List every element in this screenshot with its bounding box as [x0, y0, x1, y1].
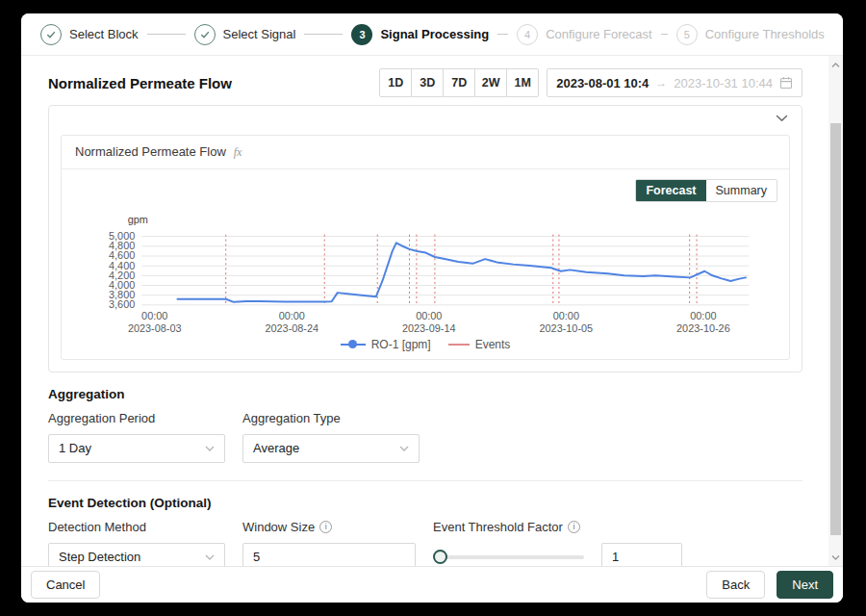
aggregation-type-field: Aggregation Type Average [242, 411, 420, 463]
range-button-3d[interactable]: 3D [411, 68, 444, 97]
svg-text:2023-10-26: 2023-10-26 [676, 322, 730, 334]
check-circle-icon [40, 24, 62, 45]
chart-collapsible-panel: Normalized Permeate Flow fx Forecast Sum… [48, 105, 802, 372]
svg-text:00:00: 00:00 [141, 310, 167, 321]
back-button[interactable]: Back [706, 571, 765, 599]
chevron-down-icon[interactable] [776, 115, 788, 122]
toggle-option-forecast[interactable]: Forecast [636, 180, 705, 201]
step-connector [147, 34, 186, 35]
select-value: Step Detection [59, 550, 140, 564]
aggregation-section-title: Aggregation [48, 387, 802, 401]
event-detection-section-title: Event Detection (Optional) [48, 496, 802, 510]
next-button[interactable]: Next [777, 571, 833, 599]
window-size-input[interactable] [242, 543, 416, 566]
date-range-end: 2023-10-31 10:44 [674, 76, 773, 90]
signal-chart-card: Normalized Permeate Flow fx Forecast Sum… [61, 135, 790, 360]
time-range-controls: 1D 3D 7D 2W 1M 2023-08-01 10:4 → 2023-10… [379, 68, 802, 97]
step-select-block[interactable]: Select Block [40, 24, 139, 45]
svg-text:2023-08-24: 2023-08-24 [265, 322, 318, 334]
footer-right-buttons: Back Next [706, 571, 833, 599]
date-range-picker[interactable]: 2023-08-01 10:4 → 2023-10-31 10:44 [547, 68, 802, 97]
page-title: Normalized Permeate Flow [48, 75, 232, 91]
wizard-stepper: Select Block Select Signal 3 Signal Proc… [21, 13, 843, 56]
flow-chart-svg: 3,6003,8004,0004,2004,4004,6004,8005,000… [65, 204, 785, 336]
aggregation-fields: Aggregation Period 1 Day Aggregation Typ… [48, 411, 802, 463]
step-label: Select Signal [223, 27, 296, 41]
event-threshold-label: Event Threshold Factor [433, 520, 563, 534]
arrow-right-icon: → [655, 76, 667, 90]
check-circle-icon [194, 24, 216, 45]
vertical-scrollbar[interactable] [828, 56, 843, 566]
step-signal-processing[interactable]: 3 Signal Processing [351, 24, 489, 45]
wizard-modal: Select Block Select Signal 3 Signal Proc… [21, 13, 843, 603]
aggregation-period-select[interactable]: 1 Day [48, 434, 225, 463]
step-configure-thresholds[interactable]: 5 Configure Thresholds [676, 24, 825, 45]
range-button-1d[interactable]: 1D [379, 68, 412, 97]
threshold-slider[interactable] [440, 555, 584, 559]
wizard-footer: Cancel Back Next [21, 566, 843, 603]
window-size-field: Window Size [242, 520, 416, 566]
range-button-1m[interactable]: 1M [506, 68, 539, 97]
detection-method-label: Detection Method [48, 520, 225, 534]
event-detection-fields: Detection Method Step Detection Window S… [48, 520, 802, 566]
chevron-down-icon [205, 446, 215, 451]
step-select-signal[interactable]: Select Signal [194, 24, 296, 45]
formula-fx-icon: fx [234, 145, 242, 160]
step-label: Signal Processing [380, 27, 489, 41]
select-value: Average [253, 441, 299, 455]
svg-text:gpm: gpm [128, 214, 148, 225]
step-connector [497, 34, 508, 35]
svg-text:00:00: 00:00 [279, 310, 305, 321]
chart-card-title: Normalized Permeate Flow [75, 144, 226, 159]
legend-label: RO-1 [gpm] [371, 338, 431, 351]
range-button-7d[interactable]: 7D [443, 68, 475, 97]
svg-text:00:00: 00:00 [690, 310, 716, 321]
calendar-icon [779, 76, 793, 90]
forecast-summary-toggle-row: Forecast Summary [62, 169, 789, 202]
scrollbar-thumb[interactable] [830, 123, 841, 535]
chevron-down-icon [399, 446, 409, 451]
legend-label: Events [475, 338, 511, 351]
aggregation-type-select[interactable]: Average [242, 434, 420, 463]
series-line-marker-icon [341, 344, 366, 346]
toggle-option-summary[interactable]: Summary [706, 180, 777, 201]
detection-method-field: Detection Method Step Detection [48, 520, 225, 566]
step-label: Configure Forecast [546, 27, 652, 41]
svg-text:00:00: 00:00 [553, 310, 579, 321]
step-number-badge: 3 [351, 24, 372, 45]
step-label: Select Block [69, 27, 139, 41]
detection-method-select[interactable]: Step Detection [48, 543, 225, 566]
info-icon[interactable] [319, 521, 332, 533]
svg-text:2023-09-14: 2023-09-14 [402, 322, 456, 334]
date-range-start: 2023-08-01 10:4 [556, 76, 649, 90]
step-configure-forecast[interactable]: 4 Configure Forecast [517, 24, 652, 45]
threshold-input[interactable] [601, 543, 682, 566]
range-button-group: 1D 3D 7D 2W 1M [379, 68, 539, 97]
svg-text:5,000: 5,000 [109, 230, 135, 242]
legend-item-events[interactable]: Events [448, 338, 511, 351]
window-size-label: Window Size [242, 520, 315, 534]
threshold-slider-handle[interactable] [433, 550, 447, 564]
cancel-button[interactable]: Cancel [31, 571, 100, 599]
step-number-badge: 4 [517, 24, 538, 45]
step-number-badge: 5 [676, 24, 698, 45]
section-divider [48, 480, 802, 481]
scrollbar-up-icon[interactable] [828, 58, 843, 72]
events-line-marker-icon [448, 344, 470, 346]
step-connector [661, 34, 668, 35]
step-label: Configure Thresholds [705, 27, 825, 41]
range-button-2w[interactable]: 2W [474, 68, 507, 97]
wizard-content: Normalized Permeate Flow 1D 3D 7D 2W 1M … [21, 56, 843, 566]
scrollbar-down-icon[interactable] [828, 550, 843, 564]
signal-header-row: Normalized Permeate Flow 1D 3D 7D 2W 1M … [48, 68, 802, 97]
forecast-summary-toggle: Forecast Summary [635, 179, 777, 202]
select-value: 1 Day [59, 441, 91, 455]
chart-card-header: Normalized Permeate Flow fx [62, 136, 789, 169]
step-connector [304, 34, 343, 35]
svg-text:00:00: 00:00 [416, 310, 442, 321]
aggregation-period-field: Aggregation Period 1 Day [48, 411, 225, 463]
aggregation-type-label: Aggregation Type [242, 411, 420, 425]
legend-item-ro1[interactable]: RO-1 [gpm] [341, 338, 431, 351]
event-threshold-field: Event Threshold Factor [433, 520, 682, 566]
info-icon[interactable] [568, 521, 580, 533]
